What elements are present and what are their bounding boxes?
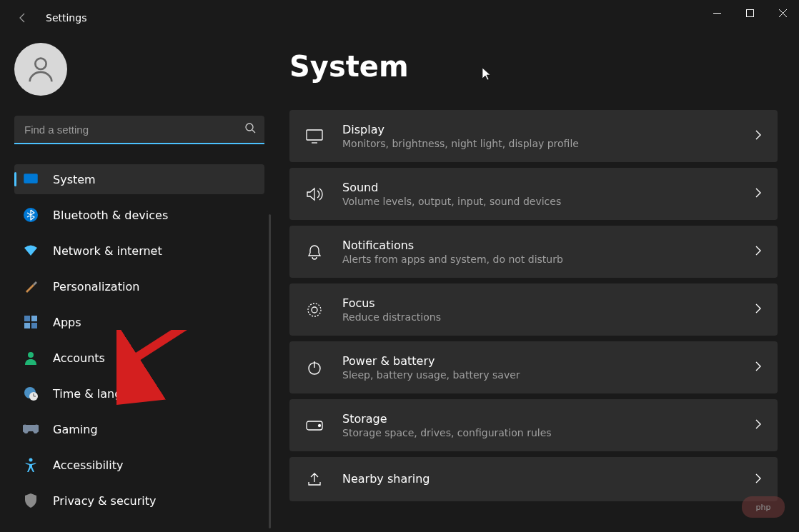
maximize-icon <box>746 9 754 17</box>
sidebar-item-label: System <box>53 173 96 186</box>
sidebar-item-time-language[interactable]: Time & language <box>14 378 264 408</box>
sidebar-item-label: Personalization <box>53 280 139 293</box>
close-icon <box>779 9 787 17</box>
window-controls <box>700 0 799 29</box>
chevron-right-icon <box>755 473 762 486</box>
svg-rect-10 <box>24 316 30 321</box>
svg-point-21 <box>312 307 317 313</box>
watermark: php <box>742 496 785 518</box>
maximize-button[interactable] <box>733 0 766 26</box>
card-desc: Reduce distractions <box>342 311 755 323</box>
close-button[interactable] <box>766 0 799 26</box>
sidebar: System Bluetooth & devices Network & int… <box>0 36 275 532</box>
share-icon <box>305 470 324 488</box>
setting-power[interactable]: Power & battery Sleep, battery usage, ba… <box>289 341 778 393</box>
scrollbar[interactable] <box>269 214 271 528</box>
sidebar-item-accessibility[interactable]: Accessibility <box>14 450 264 480</box>
card-title: Storage <box>342 412 755 426</box>
brush-icon <box>23 278 39 294</box>
svg-point-4 <box>35 59 46 69</box>
person-icon <box>24 53 57 86</box>
minimize-button[interactable] <box>700 0 733 26</box>
sidebar-item-label: Accounts <box>53 351 105 365</box>
sidebar-item-accounts[interactable]: Accounts <box>14 343 264 373</box>
svg-rect-18 <box>307 130 322 140</box>
person-icon <box>23 350 39 366</box>
sound-icon <box>305 185 324 204</box>
svg-rect-1 <box>746 9 753 16</box>
card-desc: Sleep, battery usage, battery saver <box>342 369 755 381</box>
sidebar-item-label: Privacy & security <box>53 494 156 508</box>
svg-point-5 <box>246 124 253 131</box>
titlebar: Settings <box>0 0 799 36</box>
wifi-icon <box>23 243 39 259</box>
sidebar-item-apps[interactable]: Apps <box>14 307 264 337</box>
sidebar-item-privacy[interactable]: Privacy & security <box>14 486 264 516</box>
card-desc: Monitors, brightness, night light, displ… <box>342 138 755 149</box>
sidebar-item-bluetooth[interactable]: Bluetooth & devices <box>14 200 264 230</box>
card-desc: Storage space, drives, configuration rul… <box>342 427 755 438</box>
bluetooth-icon <box>23 207 39 223</box>
svg-rect-13 <box>31 323 37 328</box>
window-title: Settings <box>46 12 86 24</box>
setting-focus[interactable]: Focus Reduce distractions <box>289 283 778 336</box>
chevron-right-icon <box>755 418 762 432</box>
display-icon <box>305 127 324 146</box>
sidebar-item-label: Gaming <box>53 423 98 436</box>
settings-list: Display Monitors, brightness, night ligh… <box>289 110 778 501</box>
card-title: Focus <box>342 296 755 310</box>
chevron-right-icon <box>755 245 762 259</box>
search-input[interactable] <box>14 116 264 143</box>
sidebar-item-label: Accessibility <box>53 458 123 472</box>
page-title: System <box>289 50 778 83</box>
avatar[interactable] <box>14 43 67 96</box>
accessibility-icon <box>23 457 39 473</box>
setting-notifications[interactable]: Notifications Alerts from apps and syste… <box>289 226 778 278</box>
storage-icon <box>305 416 324 435</box>
sidebar-item-label: Network & internet <box>53 244 162 258</box>
chevron-right-icon <box>755 303 762 316</box>
sidebar-item-system[interactable]: System <box>14 164 264 194</box>
svg-rect-12 <box>24 323 30 328</box>
sidebar-item-label: Time & language <box>53 387 150 401</box>
setting-display[interactable]: Display Monitors, brightness, night ligh… <box>289 110 778 162</box>
svg-rect-7 <box>24 174 38 184</box>
card-title: Display <box>342 123 755 136</box>
nav-list: System Bluetooth & devices Network & int… <box>14 164 264 516</box>
setting-sound[interactable]: Sound Volume levels, output, input, soun… <box>289 168 778 220</box>
setting-nearby-sharing[interactable]: Nearby sharing <box>289 457 778 501</box>
svg-rect-11 <box>31 316 37 321</box>
system-icon <box>23 171 39 187</box>
setting-storage[interactable]: Storage Storage space, drives, configura… <box>289 399 778 451</box>
sidebar-item-label: Apps <box>53 316 81 329</box>
minimize-icon <box>713 9 721 17</box>
svg-point-17 <box>29 458 33 462</box>
card-title: Sound <box>342 181 755 194</box>
svg-point-14 <box>28 352 34 358</box>
globe-clock-icon <box>23 386 39 401</box>
chevron-right-icon <box>755 129 762 143</box>
sidebar-item-gaming[interactable]: Gaming <box>14 414 264 444</box>
search-icon <box>244 122 256 136</box>
gamepad-icon <box>23 421 39 437</box>
card-title: Power & battery <box>342 354 755 368</box>
search-box[interactable] <box>14 116 264 144</box>
back-button[interactable] <box>14 9 31 26</box>
content: System Display Monitors, brightness, nig… <box>275 36 799 532</box>
svg-point-25 <box>319 424 321 426</box>
chevron-right-icon <box>755 361 762 374</box>
bell-icon <box>305 243 324 261</box>
svg-point-20 <box>308 303 321 316</box>
sidebar-item-network[interactable]: Network & internet <box>14 236 264 266</box>
chevron-right-icon <box>755 187 762 201</box>
power-icon <box>305 358 324 377</box>
sidebar-item-label: Bluetooth & devices <box>53 209 168 222</box>
card-desc: Volume levels, output, input, sound devi… <box>342 196 755 207</box>
focus-icon <box>305 301 324 319</box>
card-title: Nearby sharing <box>342 472 755 486</box>
shield-icon <box>23 493 39 508</box>
apps-icon <box>23 314 39 330</box>
sidebar-item-personalization[interactable]: Personalization <box>14 271 264 301</box>
svg-line-6 <box>252 130 255 133</box>
card-desc: Alerts from apps and system, do not dist… <box>342 254 755 265</box>
